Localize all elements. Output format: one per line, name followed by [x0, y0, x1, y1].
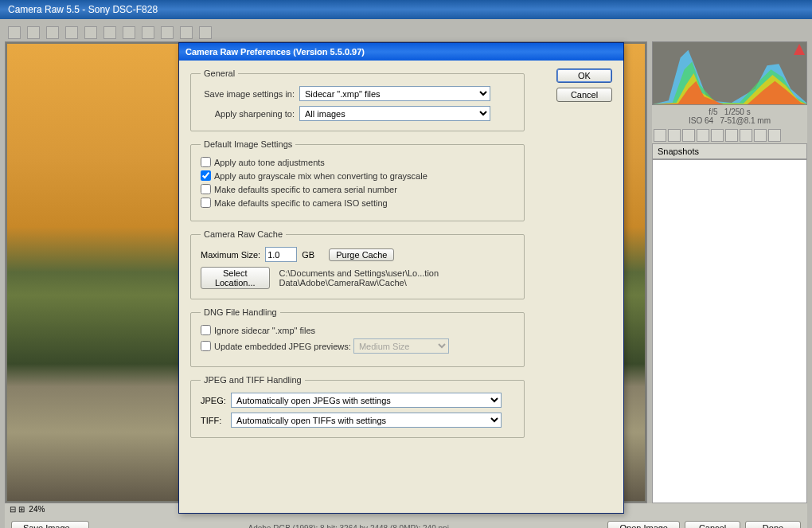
dng-group: DNG File Handling Ignore sidecar ".xmp" … [190, 307, 525, 367]
straighten-tool-icon[interactable] [103, 26, 116, 39]
retouch-tool-icon[interactable] [123, 26, 135, 39]
defaults-group: Default Image Settings Apply auto tone a… [190, 139, 525, 221]
jpegtiff-legend: JPEG and TIFF Handling [201, 375, 305, 385]
cancel-button[interactable]: Cancel [685, 521, 740, 528]
ignore-sidecar-label: Ignore sidecar ".xmp" files [214, 326, 315, 335]
clipping-warning-icon[interactable] [794, 44, 805, 55]
main-content: f/5 1/250 s ISO 64 7-51@8.1 mm Snapshots [0, 19, 812, 528]
cache-group: Camera Raw Cache Maximum Size: GB Purge … [190, 229, 525, 299]
auto-grayscale-checkbox[interactable] [201, 170, 211, 181]
zoom-tool-icon[interactable] [8, 26, 21, 39]
zoom-in-icon[interactable]: ⊞ [18, 505, 25, 514]
auto-tone-checkbox[interactable] [201, 157, 211, 167]
snapshots-header: Snapshots [652, 143, 807, 159]
tab-presets-icon[interactable] [754, 129, 767, 142]
window-titlebar: Camera Raw 5.5 - Sony DSC-F828 [0, 0, 812, 19]
right-panel: f/5 1/250 s ISO 64 7-51@8.1 mm Snapshots [652, 41, 807, 503]
sampler-tool-icon[interactable] [65, 26, 78, 39]
tab-basic-icon[interactable] [654, 129, 666, 142]
tiff-select[interactable]: Automatically open TIFFs with settings [231, 413, 502, 428]
sharpen-label: Apply sharpening to: [201, 109, 295, 119]
zoom-out-icon[interactable]: ⊟ [10, 505, 16, 514]
defaults-legend: Default Image Settings [201, 139, 295, 149]
redeye-tool-icon[interactable] [142, 26, 154, 39]
dialog-title: Camera Raw Preferences (Version 5.5.0.97… [179, 43, 623, 61]
select-location-button[interactable]: Select Location... [201, 267, 270, 289]
save-settings-label: Save image settings in: [201, 89, 295, 99]
general-legend: General [201, 68, 238, 78]
tab-split-icon[interactable] [711, 129, 724, 142]
tab-snapshots-icon[interactable] [768, 129, 781, 142]
ignore-sidecar-checkbox[interactable] [201, 325, 211, 335]
max-size-input[interactable] [265, 247, 297, 262]
iso-label: Make defaults specific to camera ISO set… [214, 198, 388, 208]
preview-size-select: Medium Size [353, 338, 449, 354]
snapshots-list[interactable] [652, 159, 807, 503]
window-title: Camera Raw 5.5 - Sony DSC-F828 [8, 4, 158, 15]
tab-lens-icon[interactable] [725, 129, 738, 142]
bottom-bar: Save Image... Adobe RGB (1998); 8 bit; 3… [5, 518, 807, 528]
update-previews-checkbox[interactable] [201, 341, 211, 351]
purge-cache-button[interactable]: Purge Cache [329, 248, 394, 261]
auto-tone-label: Apply auto tone adjustments [214, 158, 325, 167]
open-image-button[interactable]: Open Image [607, 521, 680, 528]
prefs-tool-icon[interactable] [161, 26, 174, 39]
workflow-link[interactable]: Adobe RGB (1998); 8 bit; 3264 by 2448 (8… [248, 524, 448, 529]
tab-camera-icon[interactable] [740, 129, 752, 142]
save-settings-select[interactable]: Sidecar ".xmp" files [299, 86, 490, 101]
gb-label: GB [302, 250, 314, 260]
general-group: General Save image settings in: Sidecar … [190, 68, 525, 131]
save-image-button[interactable]: Save Image... [11, 521, 89, 528]
dialog-cancel-button[interactable]: Cancel [556, 88, 612, 102]
done-button[interactable]: Done [745, 521, 801, 528]
tab-detail-icon[interactable] [682, 129, 695, 142]
cache-legend: Camera Raw Cache [201, 229, 286, 239]
tab-curve-icon[interactable] [668, 129, 681, 142]
jpegtiff-group: JPEG and TIFF Handling JPEG: Automatical… [190, 375, 525, 438]
ok-button[interactable]: OK [556, 68, 612, 83]
rotate-left-icon[interactable] [180, 26, 193, 39]
jpeg-select[interactable]: Automatically open JPEGs with settings [231, 393, 502, 408]
toolbar [5, 24, 807, 41]
update-previews-label: Update embedded JPEG previews: [214, 342, 351, 351]
max-size-label: Maximum Size: [201, 250, 260, 260]
tab-hsl-icon[interactable] [697, 129, 709, 142]
exposure-info: f/5 1/250 s ISO 64 7-51@8.1 mm [652, 105, 807, 127]
panel-tabs [652, 127, 807, 143]
tiff-label: TIFF: [201, 416, 226, 425]
serial-checkbox[interactable] [201, 184, 211, 194]
svg-marker-0 [794, 44, 805, 55]
histogram [652, 41, 807, 105]
preferences-dialog: Camera Raw Preferences (Version 5.5.0.97… [178, 42, 624, 514]
cache-path: C:\Documents and Settings\user\Lo...tion… [279, 268, 514, 287]
sharpen-select[interactable]: All images [299, 106, 490, 121]
jpeg-label: JPEG: [201, 396, 226, 405]
hand-tool-icon[interactable] [27, 26, 40, 39]
eyedropper-tool-icon[interactable] [46, 26, 59, 39]
auto-grayscale-label: Apply auto grayscale mix when converting… [214, 171, 427, 181]
serial-label: Make defaults specific to camera serial … [214, 185, 397, 194]
zoom-level[interactable]: 24% [29, 505, 45, 514]
dng-legend: DNG File Handling [201, 307, 280, 317]
iso-checkbox[interactable] [201, 198, 211, 208]
rotate-right-icon[interactable] [199, 26, 212, 39]
crop-tool-icon[interactable] [84, 26, 97, 39]
